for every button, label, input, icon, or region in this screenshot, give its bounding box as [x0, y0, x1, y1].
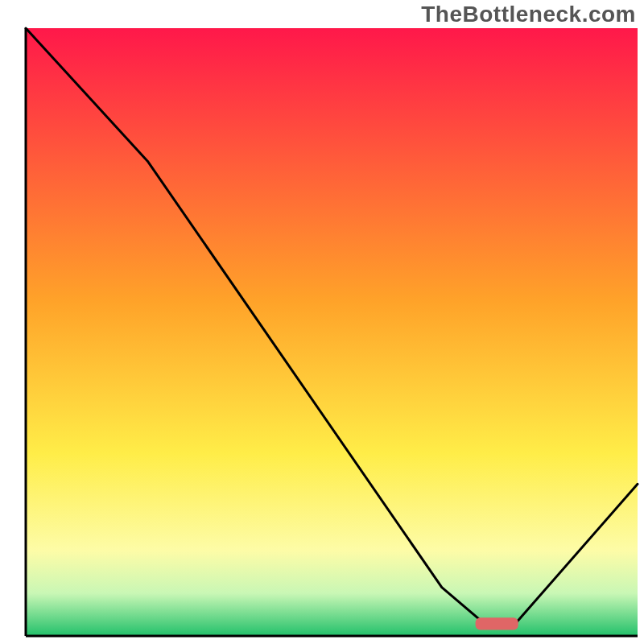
bottleneck-chart: [0, 0, 644, 644]
gradient-background: [26, 28, 638, 636]
optimal-marker: [476, 617, 518, 630]
watermark-text: TheBottleneck.com: [421, 2, 636, 27]
chart-frame: TheBottleneck.com: [0, 0, 644, 644]
